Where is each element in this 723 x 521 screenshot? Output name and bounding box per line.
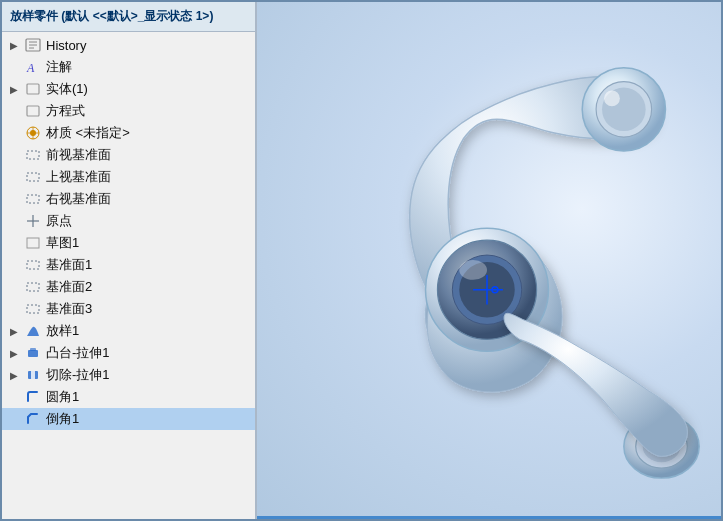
svg-text:A: A xyxy=(26,61,35,75)
tree-label-right-plane: 右视基准面 xyxy=(46,190,111,208)
svg-rect-23 xyxy=(31,371,35,379)
model-3d xyxy=(257,2,721,519)
tree-icon-top-plane xyxy=(24,168,42,186)
tree-label-fillet1: 圆角1 xyxy=(46,388,79,406)
svg-rect-12 xyxy=(27,173,39,181)
tree-icon-front-plane xyxy=(24,146,42,164)
tree-label-material: 材质 <未指定> xyxy=(46,124,130,142)
tree-label-datum2: 基准面2 xyxy=(46,278,92,296)
tree-item-datum2[interactable]: 基准面2 xyxy=(2,276,255,298)
tree-item-solid[interactable]: ▶实体(1) xyxy=(2,78,255,100)
svg-rect-6 xyxy=(27,106,39,116)
tree-icon-material xyxy=(24,124,42,142)
tree-icon-datum1 xyxy=(24,256,42,274)
tree-icon-boss1 xyxy=(24,344,42,362)
svg-point-27 xyxy=(604,90,620,106)
tree-icon-history xyxy=(24,36,42,54)
tree-item-right-plane[interactable]: 右视基准面 xyxy=(2,188,255,210)
tree-label-front-plane: 前视基准面 xyxy=(46,146,111,164)
tree-icon-solid xyxy=(24,80,42,98)
tree-icon-right-plane xyxy=(24,190,42,208)
tree-arrow-boss1: ▶ xyxy=(10,348,24,359)
tree-label-boss1: 凸台-拉伸1 xyxy=(46,344,110,362)
tree-label-cut1: 切除-拉伸1 xyxy=(46,366,110,384)
svg-rect-5 xyxy=(27,84,39,94)
svg-rect-18 xyxy=(27,283,39,291)
tree-arrow-scale1: ▶ xyxy=(10,326,24,337)
tree-arrow-history: ▶ xyxy=(10,40,24,51)
tree-label-origin: 原点 xyxy=(46,212,72,230)
tree-item-sketch1[interactable]: 草图1 xyxy=(2,232,255,254)
tree-label-scale1: 放样1 xyxy=(46,322,79,340)
viewport[interactable] xyxy=(257,2,721,519)
tree-label-solid: 实体(1) xyxy=(46,80,88,98)
top-ball-joint xyxy=(582,68,665,151)
svg-rect-19 xyxy=(27,305,39,313)
tree-item-fillet1[interactable]: 圆角1 xyxy=(2,386,255,408)
tree-label-annotation: 注解 xyxy=(46,58,72,76)
main-container: 放样零件 (默认 <<默认>_显示状态 1>) ▶History A注解▶实体(… xyxy=(0,0,723,521)
tree-title: 放样零件 (默认 <<默认>_显示状态 1>) xyxy=(10,9,213,23)
tree-icon-datum2 xyxy=(24,278,42,296)
tree-icon-scale1 xyxy=(24,322,42,340)
tree-item-datum1[interactable]: 基准面1 xyxy=(2,254,255,276)
tree-label-sketch1: 草图1 xyxy=(46,234,79,252)
tree-arrow-solid: ▶ xyxy=(10,84,24,95)
svg-rect-17 xyxy=(27,261,39,269)
tree-icon-origin xyxy=(24,212,42,230)
tree-icon-fillet1 xyxy=(24,388,42,406)
tree-item-top-plane[interactable]: 上视基准面 xyxy=(2,166,255,188)
tree-item-annotation[interactable]: A注解 xyxy=(2,56,255,78)
svg-point-32 xyxy=(459,260,487,280)
tree-icon-formula xyxy=(24,102,42,120)
tree-icon-chamfer1 xyxy=(24,410,42,428)
tree-label-history: History xyxy=(46,38,86,53)
tree-label-datum1: 基准面1 xyxy=(46,256,92,274)
svg-rect-11 xyxy=(27,151,39,159)
svg-rect-13 xyxy=(27,195,39,203)
tree-item-scale1[interactable]: ▶放样1 xyxy=(2,320,255,342)
svg-rect-16 xyxy=(27,238,39,248)
tree-item-history[interactable]: ▶History xyxy=(2,34,255,56)
tree-icon-sketch1 xyxy=(24,234,42,252)
tree-item-formula[interactable]: 方程式 xyxy=(2,100,255,122)
tree-item-datum3[interactable]: 基准面3 xyxy=(2,298,255,320)
tree-header: 放样零件 (默认 <<默认>_显示状态 1>) xyxy=(2,2,255,32)
tree-label-chamfer1: 倒角1 xyxy=(46,410,79,428)
bottom-border xyxy=(257,516,721,519)
tree-icon-datum3 xyxy=(24,300,42,318)
tree-label-formula: 方程式 xyxy=(46,102,85,120)
tree-item-material[interactable]: 材质 <未指定> xyxy=(2,122,255,144)
tree-icon-cut1 xyxy=(24,366,42,384)
svg-rect-20 xyxy=(28,350,38,357)
tree-item-chamfer1[interactable]: 倒角1 xyxy=(2,408,255,430)
tree-item-front-plane[interactable]: 前视基准面 xyxy=(2,144,255,166)
tree-item-boss1[interactable]: ▶凸台-拉伸1 xyxy=(2,342,255,364)
tree-item-origin[interactable]: 原点 xyxy=(2,210,255,232)
tree-body[interactable]: ▶History A注解▶实体(1) 方程式 材质 <未指定> 前视基准面 上视… xyxy=(2,32,255,519)
tree-label-top-plane: 上视基准面 xyxy=(46,168,111,186)
tree-item-cut1[interactable]: ▶切除-拉伸1 xyxy=(2,364,255,386)
tree-label-datum3: 基准面3 xyxy=(46,300,92,318)
left-panel: 放样零件 (默认 <<默认>_显示状态 1>) ▶History A注解▶实体(… xyxy=(2,2,257,519)
tree-arrow-cut1: ▶ xyxy=(10,370,24,381)
tree-icon-annotation: A xyxy=(24,58,42,76)
svg-rect-21 xyxy=(30,348,36,351)
